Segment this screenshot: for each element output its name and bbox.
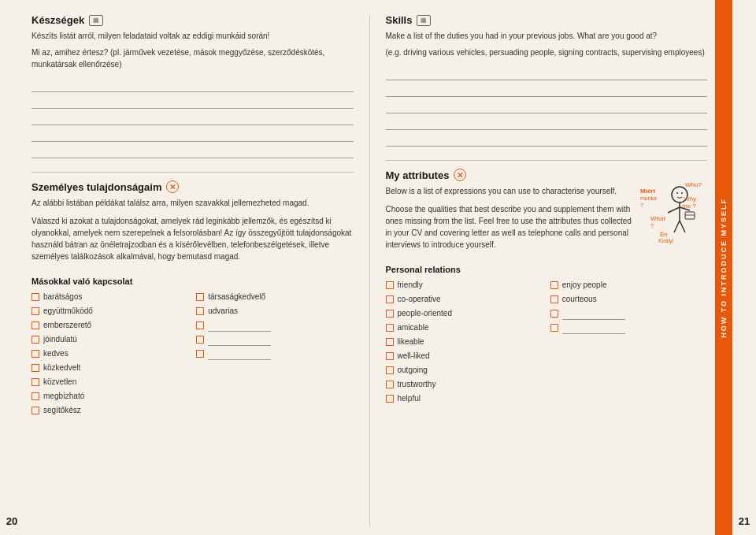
checkbox-icon (386, 310, 394, 318)
list-item: közvetlen (32, 376, 188, 388)
write-line[interactable] (386, 66, 708, 80)
checkbox-icon (32, 293, 39, 301)
checkbox-icon (32, 364, 39, 372)
list-item: megbízható (32, 390, 188, 403)
write-line-short[interactable] (208, 333, 271, 346)
divider-right (386, 160, 708, 161)
checkbox-icon (196, 336, 204, 344)
list-item (196, 333, 353, 346)
checkbox-icon (32, 378, 39, 386)
item-label: udvarias (208, 305, 238, 318)
list-item: emberszerető (32, 319, 188, 332)
list-item: trustworthy (386, 378, 543, 391)
checkbox-icon (386, 381, 394, 388)
list-item: well-liked (386, 350, 543, 362)
pr-col-right: enjoy people courteous (550, 279, 707, 405)
write-line-short[interactable] (208, 347, 271, 360)
list-item: udvarias (196, 305, 353, 318)
item-label: közkedvelt (43, 362, 80, 374)
item-label: közvetlen (43, 376, 76, 388)
checkbox-icon (32, 321, 39, 329)
personal-title: Személyes tulajdonságaim (32, 181, 161, 193)
item-label: társaságkedvelő (208, 291, 265, 303)
side-tab: HOW TO INTRODUCE MYSELF (715, 0, 732, 535)
skills-icon-left: ▦ (89, 15, 103, 26)
personal-relations-cols: friendly co-operative people-oriented am… (386, 279, 708, 405)
svg-text:?: ? (640, 202, 643, 208)
checkbox-icon (386, 352, 394, 360)
svg-line-7 (680, 221, 685, 232)
item-label: enjoy people (562, 279, 607, 292)
svg-text:?: ? (650, 223, 654, 228)
list-item: outgoing (386, 364, 543, 377)
svg-text:me ?: me ? (682, 202, 696, 210)
skills-title-left: Készségek (32, 14, 84, 26)
skills-text2-left: Mi az, amihez értesz? (pl. járművek veze… (32, 46, 354, 70)
write-line[interactable] (32, 95, 354, 109)
item-label: likeable (398, 336, 424, 348)
masokkal-relations: barátságos együttműködő emberszerető jói… (32, 291, 354, 417)
write-line[interactable] (32, 144, 354, 158)
list-item (196, 319, 353, 332)
checkbox-icon (386, 338, 394, 346)
divider (32, 172, 354, 173)
item-label: megbízható (43, 390, 84, 403)
checkbox-icon (550, 281, 558, 289)
checkbox-icon (386, 281, 394, 289)
skills-header-left: Készségek ▦ (32, 14, 354, 26)
svg-text:Who?: Who? (685, 181, 702, 188)
item-label: people-oriented (398, 307, 453, 320)
write-line[interactable] (386, 116, 708, 130)
checkbox-icon (196, 321, 204, 329)
list-item: kedves (32, 347, 188, 360)
checkbox-icon (196, 350, 204, 358)
main-content: Készségek ▦ Készíts listát arról, milyen… (24, 0, 715, 535)
skills-lines-right (386, 66, 708, 149)
checkbox-icon (386, 295, 394, 303)
write-line[interactable] (32, 78, 354, 92)
svg-point-1 (676, 192, 678, 194)
page-number-left: 20 (0, 0, 24, 535)
attrs-text-col: Below is a list of expressions you can u… (386, 185, 633, 257)
write-line[interactable] (32, 111, 354, 125)
left-column: Készségek ▦ Készíts listát arról, milyen… (32, 14, 354, 527)
checkbox-icon (386, 395, 394, 403)
checkbox-icon (32, 392, 39, 400)
personal-attrs-header: Személyes tulajdonságaim ✕ (32, 180, 354, 193)
write-line[interactable] (386, 99, 708, 113)
write-line[interactable] (386, 132, 708, 147)
write-line-short[interactable] (562, 321, 625, 334)
item-label: amicable (398, 321, 429, 334)
list-item: barátságos (32, 291, 188, 303)
list-item (196, 347, 353, 360)
col-divider (369, 14, 370, 527)
svg-text:What: What (650, 215, 665, 222)
checkbox-icon (32, 307, 39, 315)
item-label: jóindulatú (43, 333, 77, 346)
write-line-short[interactable] (208, 319, 271, 332)
list-item: együttműködő (32, 305, 188, 318)
illustration: Miért munka ? Who? What ? Why me ? Én Ki… (636, 177, 707, 248)
write-line-short[interactable] (562, 307, 625, 320)
list-item: co-operative (386, 293, 543, 306)
list-item: amicable (386, 321, 543, 334)
checkbox-icon (550, 295, 558, 303)
x-icon-right: ✕ (454, 169, 466, 181)
checkbox-icon (32, 407, 39, 414)
item-label: outgoing (398, 364, 428, 377)
checkbox-icon (196, 307, 204, 315)
list-item: people-oriented (386, 307, 543, 320)
write-line[interactable] (32, 128, 354, 142)
list-item: courteous (550, 293, 707, 306)
list-item: helpful (386, 392, 543, 405)
list-item: friendly (386, 279, 543, 292)
svg-rect-8 (685, 212, 695, 219)
svg-line-6 (674, 221, 680, 232)
item-label: kedves (43, 347, 69, 360)
item-label: friendly (398, 279, 423, 292)
svg-line-4 (668, 207, 680, 213)
list-item: segítőkész (32, 404, 188, 417)
masokkal-title: Másokkal való kapcsolat (32, 277, 354, 286)
two-column-layout: Készségek ▦ Készíts listát arról, milyen… (32, 14, 707, 527)
write-line[interactable] (386, 83, 708, 97)
